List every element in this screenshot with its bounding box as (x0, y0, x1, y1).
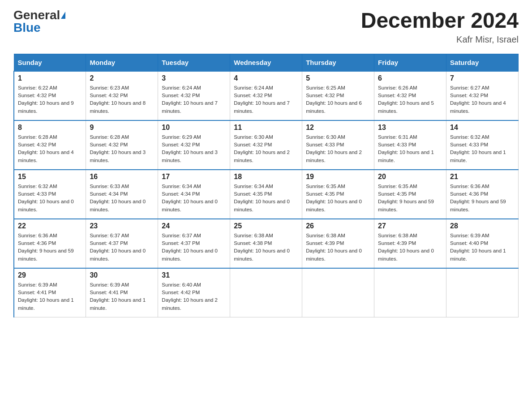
day-info: Sunrise: 6:30 AMSunset: 4:32 PMDaylight:… (234, 133, 298, 164)
calendar-cell (446, 268, 519, 317)
calendar-cell: 31Sunrise: 6:40 AMSunset: 4:42 PMDayligh… (158, 268, 230, 317)
day-number: 18 (234, 173, 298, 181)
day-info: Sunrise: 6:38 AMSunset: 4:39 PMDaylight:… (378, 232, 442, 263)
day-number: 17 (162, 173, 226, 181)
calendar-cell: 15Sunrise: 6:32 AMSunset: 4:33 PMDayligh… (14, 170, 86, 219)
day-info: Sunrise: 6:39 AMSunset: 4:41 PMDaylight:… (18, 281, 82, 312)
day-number: 30 (90, 271, 154, 279)
calendar-cell: 7Sunrise: 6:27 AMSunset: 4:32 PMDaylight… (446, 71, 519, 120)
day-number: 14 (450, 124, 515, 132)
calendar-cell: 8Sunrise: 6:28 AMSunset: 4:32 PMDaylight… (14, 120, 86, 170)
day-number: 25 (234, 222, 298, 230)
header-wednesday: Wednesday (230, 54, 302, 71)
calendar-cell: 12Sunrise: 6:30 AMSunset: 4:33 PMDayligh… (302, 120, 374, 170)
day-number: 5 (306, 74, 370, 82)
day-info: Sunrise: 6:32 AMSunset: 4:33 PMDaylight:… (18, 183, 82, 214)
calendar-cell: 17Sunrise: 6:34 AMSunset: 4:34 PMDayligh… (158, 170, 230, 219)
page-header: General Blue December 2024 Kafr Misr, Is… (13, 9, 519, 45)
day-info: Sunrise: 6:30 AMSunset: 4:33 PMDaylight:… (306, 133, 370, 164)
calendar-cell: 29Sunrise: 6:39 AMSunset: 4:41 PMDayligh… (14, 268, 86, 317)
calendar-cell: 26Sunrise: 6:38 AMSunset: 4:39 PMDayligh… (302, 219, 374, 268)
day-number: 29 (18, 271, 82, 279)
day-info: Sunrise: 6:25 AMSunset: 4:32 PMDaylight:… (306, 84, 370, 115)
day-number: 7 (450, 74, 515, 82)
day-info: Sunrise: 6:26 AMSunset: 4:32 PMDaylight:… (378, 84, 442, 115)
day-number: 26 (306, 222, 370, 230)
calendar-cell: 23Sunrise: 6:37 AMSunset: 4:37 PMDayligh… (86, 219, 158, 268)
calendar-cell: 18Sunrise: 6:34 AMSunset: 4:35 PMDayligh… (230, 170, 302, 219)
calendar-cell: 19Sunrise: 6:35 AMSunset: 4:35 PMDayligh… (302, 170, 374, 219)
day-info: Sunrise: 6:24 AMSunset: 4:32 PMDaylight:… (234, 84, 298, 115)
month-title: December 2024 (361, 9, 519, 33)
logo: General Blue (13, 9, 65, 34)
calendar-cell: 10Sunrise: 6:29 AMSunset: 4:32 PMDayligh… (158, 120, 230, 170)
day-number: 22 (18, 222, 82, 230)
calendar-cell: 14Sunrise: 6:32 AMSunset: 4:33 PMDayligh… (446, 120, 519, 170)
calendar-cell: 22Sunrise: 6:36 AMSunset: 4:36 PMDayligh… (14, 219, 86, 268)
day-info: Sunrise: 6:34 AMSunset: 4:34 PMDaylight:… (162, 183, 226, 214)
day-info: Sunrise: 6:35 AMSunset: 4:35 PMDaylight:… (306, 183, 370, 214)
week-row-3: 15Sunrise: 6:32 AMSunset: 4:33 PMDayligh… (14, 170, 519, 219)
day-number: 16 (90, 173, 154, 181)
day-number: 21 (450, 173, 515, 181)
day-number: 2 (90, 74, 154, 82)
day-info: Sunrise: 6:31 AMSunset: 4:33 PMDaylight:… (378, 133, 442, 164)
calendar-cell (230, 268, 302, 317)
day-info: Sunrise: 6:38 AMSunset: 4:39 PMDaylight:… (306, 232, 370, 263)
day-info: Sunrise: 6:33 AMSunset: 4:34 PMDaylight:… (90, 183, 154, 214)
week-row-5: 29Sunrise: 6:39 AMSunset: 4:41 PMDayligh… (14, 268, 519, 317)
day-info: Sunrise: 6:36 AMSunset: 4:36 PMDaylight:… (18, 232, 82, 263)
day-info: Sunrise: 6:34 AMSunset: 4:35 PMDaylight:… (234, 183, 298, 214)
day-info: Sunrise: 6:28 AMSunset: 4:32 PMDaylight:… (18, 133, 82, 164)
calendar-cell (302, 268, 374, 317)
day-number: 6 (378, 74, 442, 82)
day-info: Sunrise: 6:32 AMSunset: 4:33 PMDaylight:… (450, 133, 515, 164)
day-number: 1 (18, 74, 82, 82)
header-monday: Monday (86, 54, 158, 71)
location-title: Kafr Misr, Israel (361, 34, 519, 45)
calendar-cell: 27Sunrise: 6:38 AMSunset: 4:39 PMDayligh… (374, 219, 446, 268)
day-number: 28 (450, 222, 515, 230)
day-info: Sunrise: 6:40 AMSunset: 4:42 PMDaylight:… (162, 281, 226, 312)
day-info: Sunrise: 6:37 AMSunset: 4:37 PMDaylight:… (162, 232, 226, 263)
calendar-cell: 21Sunrise: 6:36 AMSunset: 4:36 PMDayligh… (446, 170, 519, 219)
calendar-cell: 11Sunrise: 6:30 AMSunset: 4:32 PMDayligh… (230, 120, 302, 170)
header-thursday: Thursday (302, 54, 374, 71)
day-info: Sunrise: 6:23 AMSunset: 4:32 PMDaylight:… (90, 84, 154, 115)
header-tuesday: Tuesday (158, 54, 230, 71)
day-number: 24 (162, 222, 226, 230)
day-info: Sunrise: 6:35 AMSunset: 4:35 PMDaylight:… (378, 183, 442, 214)
day-number: 15 (18, 173, 82, 181)
calendar-cell: 4Sunrise: 6:24 AMSunset: 4:32 PMDaylight… (230, 71, 302, 120)
calendar-cell: 5Sunrise: 6:25 AMSunset: 4:32 PMDaylight… (302, 71, 374, 120)
day-number: 20 (378, 173, 442, 181)
day-info: Sunrise: 6:22 AMSunset: 4:32 PMDaylight:… (18, 84, 82, 115)
day-number: 31 (162, 271, 226, 279)
logo-blue-text: Blue (13, 21, 41, 34)
calendar-cell: 1Sunrise: 6:22 AMSunset: 4:32 PMDaylight… (14, 71, 86, 120)
calendar-cell: 2Sunrise: 6:23 AMSunset: 4:32 PMDaylight… (86, 71, 158, 120)
day-info: Sunrise: 6:29 AMSunset: 4:32 PMDaylight:… (162, 133, 226, 164)
week-row-4: 22Sunrise: 6:36 AMSunset: 4:36 PMDayligh… (14, 219, 519, 268)
day-number: 3 (162, 74, 226, 82)
day-number: 27 (378, 222, 442, 230)
calendar-cell (374, 268, 446, 317)
week-row-2: 8Sunrise: 6:28 AMSunset: 4:32 PMDaylight… (14, 120, 519, 170)
calendar-cell: 13Sunrise: 6:31 AMSunset: 4:33 PMDayligh… (374, 120, 446, 170)
header-friday: Friday (374, 54, 446, 71)
calendar-cell: 25Sunrise: 6:38 AMSunset: 4:38 PMDayligh… (230, 219, 302, 268)
day-info: Sunrise: 6:38 AMSunset: 4:38 PMDaylight:… (234, 232, 298, 263)
day-info: Sunrise: 6:28 AMSunset: 4:32 PMDaylight:… (90, 133, 154, 164)
day-number: 12 (306, 124, 370, 132)
day-number: 11 (234, 124, 298, 132)
day-info: Sunrise: 6:24 AMSunset: 4:32 PMDaylight:… (162, 84, 226, 115)
day-info: Sunrise: 6:27 AMSunset: 4:32 PMDaylight:… (450, 84, 515, 115)
logo-triangle-icon (61, 12, 65, 19)
calendar-cell: 28Sunrise: 6:39 AMSunset: 4:40 PMDayligh… (446, 219, 519, 268)
calendar-cell: 16Sunrise: 6:33 AMSunset: 4:34 PMDayligh… (86, 170, 158, 219)
calendar-cell: 24Sunrise: 6:37 AMSunset: 4:37 PMDayligh… (158, 219, 230, 268)
days-of-week-row: Sunday Monday Tuesday Wednesday Thursday… (14, 54, 519, 71)
week-row-1: 1Sunrise: 6:22 AMSunset: 4:32 PMDaylight… (14, 71, 519, 120)
calendar-cell: 30Sunrise: 6:39 AMSunset: 4:41 PMDayligh… (86, 268, 158, 317)
day-info: Sunrise: 6:39 AMSunset: 4:41 PMDaylight:… (90, 281, 154, 312)
